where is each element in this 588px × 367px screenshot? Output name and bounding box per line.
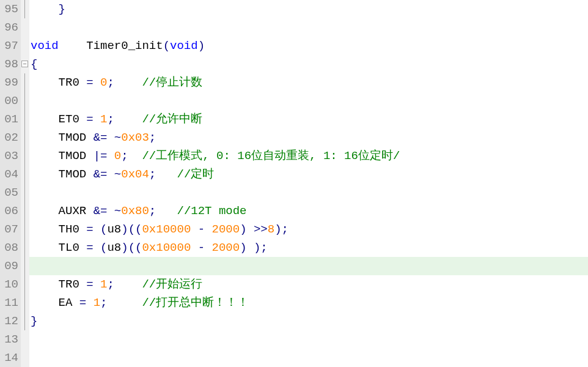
token: TH0: [59, 223, 87, 236]
line-number: 06: [0, 202, 18, 220]
token: [59, 39, 87, 53]
token: 8: [268, 223, 274, 236]
line-number: 10: [0, 275, 18, 294]
code-line[interactable]: [29, 92, 588, 110]
token: );: [254, 241, 268, 254]
line-number: 97: [0, 37, 18, 55]
line-number: 09: [0, 257, 18, 275]
token: [94, 241, 100, 254]
token: [114, 76, 142, 89]
code-line[interactable]: }: [29, 312, 588, 330]
token: >>: [254, 223, 268, 236]
fold-toggle-icon[interactable]: −: [21, 61, 28, 67]
token: [107, 296, 142, 310]
token: ): [240, 223, 246, 236]
token: ;: [100, 296, 107, 310]
token: [205, 241, 211, 254]
line-number: 96: [0, 18, 18, 37]
token: //工作模式, 0: 16位自动重装, 1: 16位定时/: [142, 149, 400, 163]
token: =: [86, 241, 93, 254]
code-line[interactable]: [29, 184, 588, 202]
token: [128, 149, 142, 163]
token: ET0: [59, 113, 87, 126]
token: u8: [107, 223, 121, 236]
code-line[interactable]: TR0 = 0; //停止计数: [29, 73, 588, 92]
token: ;: [107, 76, 114, 89]
token: [94, 223, 100, 236]
token: {: [31, 57, 37, 71]
token: ~: [114, 204, 121, 218]
token: [114, 113, 142, 126]
token: )((: [121, 223, 142, 236]
token: TR0: [59, 278, 87, 291]
line-number: 11: [0, 294, 18, 312]
line-number: 14: [0, 349, 18, 367]
token: &=: [94, 204, 108, 218]
token: }: [31, 314, 37, 328]
token: 0x03: [121, 131, 149, 144]
token: ~: [114, 168, 121, 181]
code-line[interactable]: }: [29, 0, 588, 18]
code-line[interactable]: TMOD |= 0; //工作模式, 0: 16位自动重装, 1: 16位定时/: [29, 147, 588, 165]
code-line[interactable]: TR0 = 1; //开始运行: [29, 275, 588, 294]
token: &=: [94, 168, 108, 181]
code-line[interactable]: TH0 = (u8)((0x10000 - 2000) >>8);: [29, 220, 588, 239]
code-line[interactable]: AUXR &= ~0x80; //12T mode: [29, 202, 588, 220]
token: ;: [149, 168, 156, 181]
line-number: 01: [0, 110, 18, 128]
fold-guide-line: [24, 73, 25, 330]
token: 1: [94, 296, 100, 310]
code-line[interactable]: ET0 = 1; //允许中断: [29, 110, 588, 128]
token: //打开总中断！！！: [142, 296, 249, 310]
line-number: 13: [0, 330, 18, 349]
token: ;: [149, 204, 156, 218]
token: [107, 204, 114, 218]
code-line[interactable]: [29, 330, 588, 349]
token: 2000: [212, 223, 240, 236]
token: [205, 223, 211, 236]
code-line[interactable]: TMOD &= ~0x03;: [29, 128, 588, 147]
token: -: [198, 241, 205, 254]
token: [94, 76, 100, 89]
line-number: 07: [0, 220, 18, 239]
token: [94, 113, 100, 126]
token: 1: [100, 113, 107, 126]
token: -: [198, 223, 205, 236]
token: EA: [59, 296, 79, 310]
token: )((: [121, 241, 142, 254]
token: );: [274, 223, 288, 236]
code-line[interactable]: [29, 349, 588, 367]
token: =: [86, 113, 93, 126]
code-area[interactable]: }void Timer0_init(void){ TR0 = 0; //停止计数…: [29, 0, 588, 367]
token: 1: [100, 278, 107, 291]
token: &=: [94, 131, 108, 144]
token: //12T mode: [177, 204, 246, 218]
token: ~: [114, 131, 121, 144]
token: ): [198, 39, 205, 53]
code-line[interactable]: [29, 18, 588, 37]
token: [107, 131, 114, 144]
token: [191, 241, 197, 254]
code-line[interactable]: TL0 = (u8)((0x10000 - 2000) );: [29, 239, 588, 257]
token: [107, 168, 114, 181]
token: 2000: [212, 241, 240, 254]
code-line[interactable]: TMOD &= ~0x04; //定时: [29, 165, 588, 184]
code-line[interactable]: [29, 257, 588, 275]
token: |=: [94, 149, 108, 163]
code-line[interactable]: {: [29, 55, 588, 73]
line-number: 95: [0, 0, 18, 18]
token: =: [86, 278, 93, 291]
code-line[interactable]: void Timer0_init(void): [29, 37, 588, 55]
code-editor[interactable]: 9596979899000102030405060708091011121314…: [0, 0, 588, 367]
line-number: 05: [0, 184, 18, 202]
line-number: 99: [0, 73, 18, 92]
token: 0x10000: [142, 223, 191, 236]
token: TMOD: [59, 168, 94, 181]
token: AUXR: [59, 204, 94, 218]
token: Timer0_init: [86, 39, 163, 53]
code-line[interactable]: EA = 1; //打开总中断！！！: [29, 294, 588, 312]
token: //定时: [177, 168, 214, 181]
token: void: [170, 39, 198, 53]
token: [107, 149, 114, 163]
token: //开始运行: [142, 278, 202, 291]
